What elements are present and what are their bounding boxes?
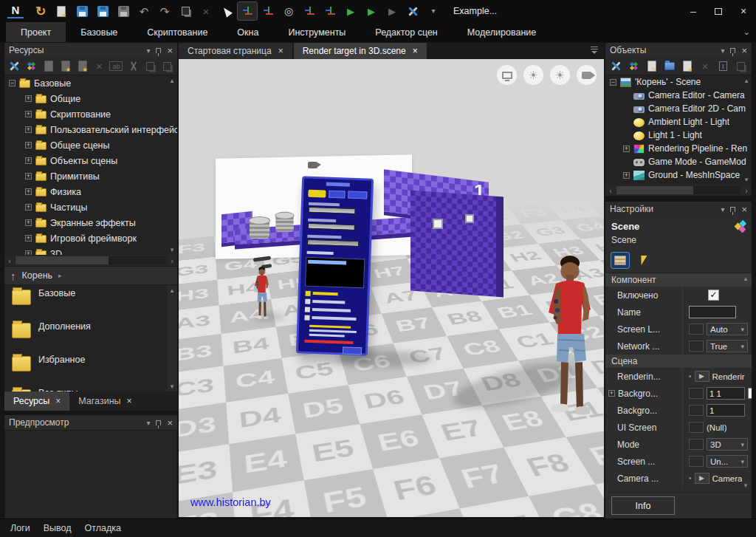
close-icon[interactable]: × — [55, 396, 61, 406]
tab[interactable]: Магазины × — [69, 391, 140, 411]
tree-item[interactable]: Camera Editor 2D - Cam — [605, 102, 752, 115]
close-icon[interactable]: × — [167, 46, 173, 55]
file-item[interactable]: Дополнения — [4, 318, 177, 352]
scroll-thumb[interactable] — [16, 256, 109, 264]
expander-icon[interactable]: + — [25, 173, 32, 179]
expander-icon[interactable] — [623, 159, 630, 165]
types-icon[interactable] — [626, 59, 642, 74]
expander-icon[interactable] — [623, 119, 630, 126]
paste-icon[interactable] — [159, 59, 174, 74]
tools-icon[interactable] — [7, 59, 22, 74]
expander-icon[interactable]: + — [25, 126, 32, 133]
rotate-tool-icon[interactable]: ◎ — [279, 2, 298, 20]
rename-icon[interactable]: ab — [109, 59, 123, 74]
play-disabled-icon[interactable]: ▶ — [382, 2, 402, 20]
expander-icon[interactable]: + — [25, 188, 32, 195]
expander-icon[interactable] — [623, 92, 630, 99]
sync-icon[interactable]: ↻ — [31, 2, 50, 20]
breadcrumb-label[interactable]: Корень — [22, 270, 53, 281]
expand-button[interactable]: ▶ — [695, 473, 709, 484]
text-field[interactable] — [689, 306, 736, 318]
new-folder-icon[interactable]: ★ — [75, 59, 90, 74]
cut-icon[interactable] — [126, 59, 140, 74]
copy-icon[interactable] — [142, 59, 157, 74]
objects-scrollbar[interactable]: ▴▾ — [741, 75, 752, 185]
save-disabled-icon[interactable] — [114, 2, 133, 20]
default-flag-box[interactable] — [689, 388, 704, 399]
play-icon[interactable]: ▶ — [341, 2, 360, 20]
rename-icon[interactable]: I — [715, 59, 731, 74]
new-object-icon[interactable]: ★ — [680, 59, 695, 74]
new-file-icon[interactable]: ★ — [52, 2, 71, 20]
display-mode-button[interactable] — [497, 65, 517, 85]
close-icon[interactable]: × — [278, 46, 284, 56]
tree-item[interactable]: Camera Editor - Camera — [605, 89, 752, 102]
save-all-icon[interactable] — [93, 2, 112, 20]
pin-icon[interactable] — [156, 48, 161, 53]
objects-hscrollbar[interactable]: ‹ › — [605, 185, 752, 196]
tree-hscrollbar[interactable]: ‹ › — [4, 255, 177, 266]
expander-icon[interactable]: + — [623, 172, 630, 179]
close-icon[interactable]: × — [167, 418, 173, 428]
menu-overflow-icon[interactable]: ⌄ — [743, 27, 750, 37]
scroll-down-icon[interactable]: ▾ — [741, 482, 750, 489]
tree-item[interactable]: Game Mode - GameMod — [605, 155, 752, 168]
undo-icon[interactable]: ↶ — [134, 2, 154, 20]
delete-icon[interactable]: × — [698, 59, 713, 74]
default-flag-box[interactable] — [689, 456, 704, 467]
barrel[interactable] — [275, 215, 293, 232]
tree-item[interactable]: + Игровой фреймворк — [4, 230, 177, 246]
tab[interactable]: Ресурсы × — [4, 391, 69, 411]
delete-icon[interactable]: × — [92, 59, 107, 74]
close-icon[interactable]: × — [741, 205, 747, 214]
tree-item[interactable]: + Физика — [4, 184, 177, 199]
expander-icon[interactable]: + — [25, 142, 32, 148]
tree-scrollbar[interactable]: ▴▾ — [167, 75, 177, 255]
play-2-icon[interactable]: ▶ — [362, 2, 381, 20]
tools-icon[interactable] — [608, 59, 624, 74]
expander-icon[interactable]: + — [25, 250, 32, 255]
pin-icon[interactable] — [730, 207, 735, 212]
tab-list-icon[interactable] — [591, 47, 599, 54]
redo-icon[interactable]: ↷ — [155, 2, 174, 20]
dropdown[interactable]: 3D▾ — [707, 438, 748, 451]
text-field[interactable] — [707, 404, 745, 417]
minimize-button[interactable]: – — [681, 0, 706, 22]
expander-icon[interactable]: + — [25, 95, 32, 102]
document-tab[interactable]: Render target in 3D.scene × — [294, 43, 427, 59]
events-tab[interactable] — [633, 253, 651, 268]
dropdown[interactable]: Un...▾ — [707, 455, 748, 468]
color-swatch[interactable] — [748, 388, 752, 399]
copy-icon[interactable] — [733, 59, 749, 74]
tree-item[interactable]: + Пользовательский интерфейс — [4, 122, 177, 137]
paste-icon[interactable] — [176, 2, 195, 20]
statusbar-item[interactable]: Логи — [10, 523, 30, 533]
select-cursor-icon[interactable] — [217, 2, 236, 20]
tree-item[interactable]: Light 1 - Light — [605, 129, 752, 142]
viewport-3d[interactable]: F7F8F1F2F3F4F5F6F7F8F1F2F3F4F5F6G7G8G1G2… — [179, 59, 604, 517]
panel-menu-icon[interactable]: ▾ — [146, 419, 150, 427]
barrel[interactable] — [250, 220, 269, 239]
expander-icon[interactable]: − — [610, 79, 616, 86]
purple-wall[interactable] — [410, 191, 504, 298]
expand-button[interactable]: ▶ — [695, 371, 709, 382]
panel-menu-icon[interactable]: ▾ — [721, 47, 724, 55]
tree-item[interactable]: + Объекты сцены — [4, 153, 177, 168]
default-flag-box[interactable] — [689, 324, 704, 335]
brightness-button[interactable]: ☀ — [523, 65, 543, 85]
up-icon[interactable]: ↑ — [10, 270, 16, 282]
toolbar-options-icon[interactable]: ▾ — [424, 2, 443, 20]
edit-icon[interactable] — [41, 59, 56, 74]
tree-item[interactable]: − 'Корень' - Scene — [605, 75, 752, 89]
tree-item[interactable]: − Базовые — [4, 75, 177, 91]
pin-icon[interactable] — [156, 420, 161, 425]
tree-item[interactable]: Ambient Light - Light — [605, 115, 752, 129]
tree-item[interactable]: + Частицы — [4, 199, 177, 215]
pin-icon[interactable] — [730, 48, 735, 53]
tools-icon[interactable] — [403, 2, 422, 20]
scale-tool-icon[interactable] — [300, 2, 319, 20]
character-left[interactable] — [248, 266, 273, 326]
text-field[interactable] — [707, 387, 745, 400]
options-panel-3d[interactable] — [296, 176, 374, 355]
camera-view-button[interactable] — [577, 65, 597, 85]
